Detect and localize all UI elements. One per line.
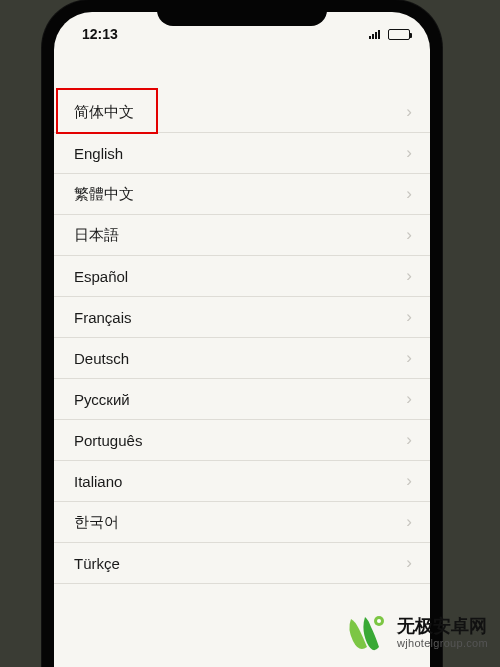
language-label: 日本語 [74,226,119,245]
chevron-right-icon: › [406,512,412,532]
language-row-traditional-chinese[interactable]: 繁體中文 › [54,174,430,215]
chevron-right-icon: › [406,430,412,450]
language-label: 한국어 [74,513,119,532]
chevron-right-icon: › [406,307,412,327]
chevron-right-icon: › [406,225,412,245]
language-row-italian[interactable]: Italiano › [54,461,430,502]
phone-frame: 12:13 简体中文 › English › 繁體中文 › 日本語 › [42,0,442,667]
language-label: Français [74,309,132,326]
chevron-right-icon: › [406,266,412,286]
notch [157,0,327,26]
language-row-korean[interactable]: 한국어 › [54,502,430,543]
language-row-english[interactable]: English › [54,133,430,174]
battery-icon [388,29,410,40]
language-list: 简体中文 › English › 繁體中文 › 日本語 › Español › … [54,92,430,584]
chevron-right-icon: › [406,389,412,409]
language-row-simplified-chinese[interactable]: 简体中文 › [54,92,430,133]
language-row-german[interactable]: Deutsch › [54,338,430,379]
language-label: Español [74,268,128,285]
chevron-right-icon: › [406,471,412,491]
language-label: Italiano [74,473,122,490]
watermark-logo-icon [345,613,389,653]
language-row-spanish[interactable]: Español › [54,256,430,297]
language-label: Türkçe [74,555,120,572]
language-row-russian[interactable]: Русский › [54,379,430,420]
watermark-url: wjhotelgroup.com [397,637,488,649]
language-row-turkish[interactable]: Türkçe › [54,543,430,584]
watermark-title: 无极安卓网 [397,617,488,637]
chevron-right-icon: › [406,143,412,163]
cellular-signal-icon [369,30,380,39]
screen: 12:13 简体中文 › English › 繁體中文 › 日本語 › [54,12,430,667]
chevron-right-icon: › [406,184,412,204]
language-label: English [74,145,123,162]
chevron-right-icon: › [406,348,412,368]
status-time: 12:13 [82,26,118,42]
chevron-right-icon: › [406,553,412,573]
language-row-japanese[interactable]: 日本語 › [54,215,430,256]
svg-point-1 [377,619,381,623]
status-right [369,29,410,40]
language-label: Русский [74,391,130,408]
language-row-french[interactable]: Français › [54,297,430,338]
language-label: 繁體中文 [74,185,134,204]
watermark-text: 无极安卓网 wjhotelgroup.com [397,617,488,649]
language-label: Deutsch [74,350,129,367]
language-label: 简体中文 [74,103,134,122]
language-label: Português [74,432,142,449]
chevron-right-icon: › [406,102,412,122]
language-row-portuguese[interactable]: Português › [54,420,430,461]
watermark: 无极安卓网 wjhotelgroup.com [345,613,488,653]
